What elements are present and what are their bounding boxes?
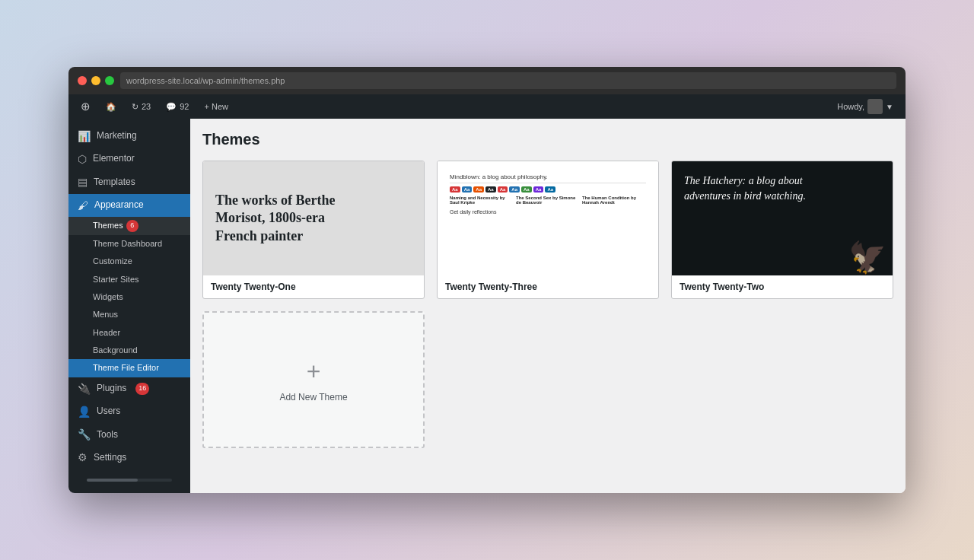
color-scheme-buttons: [68, 491, 190, 493]
users-icon: 👤: [78, 405, 91, 418]
sidebar-subitem-theme-dashboard[interactable]: Theme Dashboard: [68, 235, 190, 253]
blog-cta: Get daily reflections: [450, 209, 646, 215]
sidebar: 📊 Marketing ⬡ Elementor ▤ Templates 🖌 Ap…: [68, 119, 190, 493]
browser-dots: [78, 76, 114, 85]
elementor-icon: ⬡: [78, 152, 87, 166]
theme-name-twentytwentyone: Twenty Twenty-One: [203, 275, 424, 298]
howdy-button[interactable]: Howdy, ▼: [831, 94, 899, 119]
home-button[interactable]: 🏠 My Site: [100, 94, 123, 119]
sidebar-subitem-menus[interactable]: Menus: [68, 306, 190, 323]
sidebar-item-templates[interactable]: ▤ Templates: [68, 170, 190, 193]
maximize-dot[interactable]: [105, 76, 114, 85]
blog-post-2: The Second Sex by Simone de Beauvoir: [516, 196, 580, 206]
theme-preview-twentytwentythree: Mindblown: a blog about philosophy. Aa A…: [438, 161, 658, 275]
user-options-icon: ▼: [886, 103, 893, 111]
wp-admin-layout: ⊕ 🏠 My Site ↻ 23 💬 92 + New Howdy,: [68, 94, 906, 493]
themes-badge: 6: [126, 220, 138, 232]
blog-preview: Mindblown: a blog about philosophy. Aa A…: [444, 167, 652, 221]
themes-grid: The works of Berthe Morisot, 1800s-era F…: [202, 161, 893, 299]
sidebar-subitem-themes-label: Themes: [93, 220, 123, 231]
scroll-indicator: [87, 479, 172, 482]
home-icon: 🏠: [106, 102, 116, 112]
sidebar-subitem-menus-label: Menus: [93, 309, 118, 320]
howdy-label: Howdy,: [837, 102, 864, 111]
sidebar-item-tools[interactable]: 🔧 Tools: [68, 423, 190, 446]
add-new-theme-card[interactable]: + Add New Theme: [202, 311, 425, 448]
wp-logo-icon: ⊕: [81, 100, 91, 113]
wp-logo-button[interactable]: ⊕: [75, 94, 97, 119]
sidebar-item-elementor-label: Elementor: [93, 153, 135, 165]
sidebar-item-settings[interactable]: ⚙ Settings: [68, 446, 190, 469]
sidebar-subitem-widgets[interactable]: Widgets: [68, 288, 190, 306]
admin-bar-right: Howdy, ▼: [831, 94, 899, 119]
tools-icon: 🔧: [78, 428, 91, 441]
page-header: Themes: [202, 131, 893, 148]
updates-icon: ↻: [132, 102, 138, 112]
blog-post-1: Naming and Necessity by Saul Kripke: [450, 196, 514, 206]
scroll-thumb: [87, 479, 138, 482]
theme-name-twentytwentytwo: Twenty Twenty-Two: [672, 275, 893, 298]
sidebar-subitem-themes[interactable]: Themes 6: [68, 217, 190, 235]
theme-card-twentytwentytwo[interactable]: The Hatchery: a blog about adventures in…: [671, 161, 893, 299]
main-content: Themes The works of Berthe Morisot, 1800…: [190, 119, 906, 493]
theme-preview-twentytwentyone: The works of Berthe Morisot, 1800s-era F…: [203, 161, 424, 275]
comments-count: 92: [180, 102, 189, 111]
sidebar-item-marketing[interactable]: 📊 Marketing: [68, 125, 190, 148]
sidebar-item-marketing-label: Marketing: [97, 130, 137, 142]
blog-header: Mindblown: a blog about philosophy.: [450, 173, 646, 183]
marketing-icon: 📊: [78, 129, 91, 143]
sidebar-subitem-customize-label: Customize: [93, 256, 132, 267]
comments-button[interactable]: 💬 92: [160, 94, 195, 119]
main-area: Themes The works of Berthe Morisot, 1800…: [190, 119, 906, 493]
add-theme-label: Add New Theme: [279, 392, 347, 402]
color-palette: Aa Aa Aa Aa Aa Aa Aa Aa Aa: [450, 186, 646, 192]
sidebar-item-settings-label: Settings: [94, 452, 126, 464]
sidebar-item-appearance[interactable]: 🖌 Appearance: [68, 194, 190, 217]
berthe-preview-text: The works of Berthe Morisot, 1800s-era F…: [215, 192, 368, 245]
sidebar-subitem-widgets-label: Widgets: [93, 291, 123, 303]
browser-chrome: wordpress-site.local/wp-admin/themes.php: [68, 67, 906, 94]
theme-card-twentytwentythree[interactable]: Mindblown: a blog about philosophy. Aa A…: [437, 161, 659, 299]
hatchery-bird-icon: 🦅: [848, 240, 886, 275]
settings-icon: ⚙: [78, 450, 88, 464]
plugins-badge: 16: [135, 383, 149, 395]
comments-icon: 💬: [166, 102, 177, 112]
sidebar-item-users-label: Users: [97, 406, 120, 418]
user-avatar: [867, 99, 883, 114]
sidebar-subitem-theme-file-editor-label: Theme File Editor: [93, 362, 159, 374]
sidebar-item-tools-label: Tools: [97, 429, 118, 441]
sidebar-item-templates-label: Templates: [94, 177, 135, 189]
theme-card-twentytwentyone[interactable]: The works of Berthe Morisot, 1800s-era F…: [202, 161, 425, 299]
theme-name-twentytwentythree: Twenty Twenty-Three: [438, 275, 658, 298]
admin-body: 📊 Marketing ⬡ Elementor ▤ Templates 🖌 Ap…: [68, 119, 906, 493]
address-bar[interactable]: wordpress-site.local/wp-admin/themes.php: [120, 72, 896, 89]
page-title: Themes: [202, 131, 260, 148]
url-text: wordpress-site.local/wp-admin/themes.php: [126, 76, 285, 85]
add-theme-row: + Add New Theme: [202, 311, 893, 448]
appearance-icon: 🖌: [78, 199, 88, 212]
minimize-dot[interactable]: [91, 76, 100, 85]
updates-button[interactable]: ↻ 23: [126, 94, 157, 119]
sidebar-subitem-theme-dashboard-label: Theme Dashboard: [93, 238, 162, 250]
sidebar-subitem-background[interactable]: Background: [68, 342, 190, 359]
sidebar-item-users[interactable]: 👤 Users: [68, 400, 190, 423]
sidebar-item-plugins-label: Plugins: [97, 383, 126, 395]
sidebar-subitem-starter-sites-label: Starter Sites: [93, 274, 139, 285]
hatchery-preview-text: The Hatchery: a blog about adventures in…: [684, 173, 812, 203]
sidebar-item-plugins[interactable]: 🔌 Plugins 16: [68, 377, 190, 400]
sidebar-subitem-header[interactable]: Header: [68, 324, 190, 342]
new-content-button[interactable]: + New: [199, 94, 235, 119]
theme-preview-twentytwentytwo: The Hatchery: a blog about adventures in…: [672, 161, 893, 275]
sidebar-subitem-header-label: Header: [93, 327, 120, 339]
admin-top-bar: ⊕ 🏠 My Site ↻ 23 💬 92 + New Howdy,: [68, 94, 906, 119]
updates-count: 23: [142, 102, 151, 111]
sidebar-subitem-starter-sites[interactable]: Starter Sites: [68, 271, 190, 288]
sidebar-item-elementor[interactable]: ⬡ Elementor: [68, 148, 190, 170]
sidebar-item-appearance-label: Appearance: [94, 199, 144, 212]
sidebar-subitem-background-label: Background: [93, 345, 138, 356]
close-dot[interactable]: [78, 76, 87, 85]
blog-posts-grid: Naming and Necessity by Saul Kripke The …: [450, 196, 646, 206]
sidebar-subitem-theme-file-editor[interactable]: Theme File Editor: [68, 359, 190, 377]
sidebar-subitem-customize[interactable]: Customize: [68, 253, 190, 270]
plugins-icon: 🔌: [78, 382, 91, 396]
